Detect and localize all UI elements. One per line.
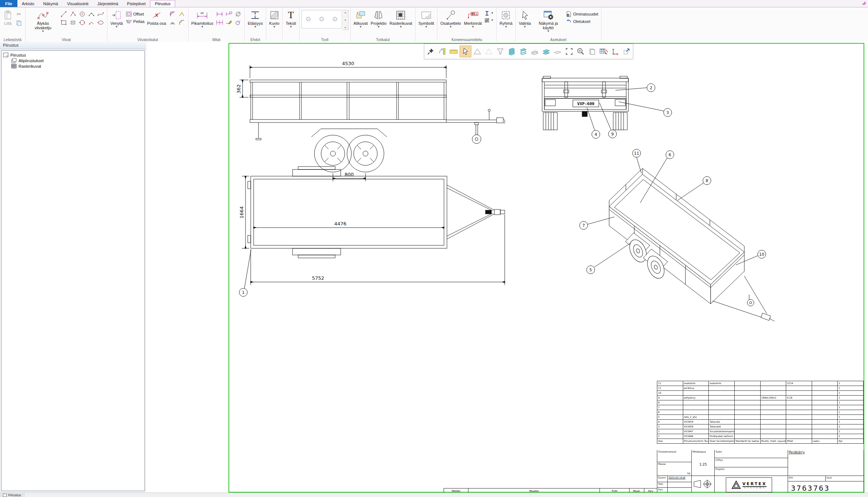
- uusi-label: Uusi: [827, 476, 832, 479]
- zoom-in-button[interactable]: [575, 46, 586, 57]
- tab-file[interactable]: File: [0, 0, 17, 7]
- hatch-button[interactable]: Kuvio ▼: [268, 9, 281, 29]
- drawing-canvas[interactable]: 4530 362: [146, 41, 868, 493]
- subdrawings-button[interactable]: Alikuvat ▼: [353, 9, 369, 29]
- remove-part-button[interactable]: Poista osa: [146, 9, 167, 26]
- view-and-use-button[interactable]: Näkymä ja käyttö ▼: [533, 9, 564, 34]
- view-side[interactable]: 4530 362: [236, 61, 505, 181]
- circle-center-tool-button[interactable]: [78, 10, 87, 18]
- layer-single-button[interactable]: [552, 46, 563, 57]
- view-rear[interactable]: VXP-600 2 3: [542, 76, 672, 138]
- fit-view-button[interactable]: [621, 46, 632, 57]
- arc-3pt-tool-button[interactable]: [87, 10, 96, 18]
- layers-two-button[interactable]: [541, 46, 552, 57]
- tree-item-rasterikuvat[interactable]: Rasterikuvat: [10, 63, 144, 69]
- parts-cell-laatu: [812, 405, 838, 410]
- layers-mixed-button[interactable]: [518, 46, 529, 57]
- fillet-arc-button[interactable]: [168, 19, 177, 27]
- fillet-button[interactable]: [168, 10, 177, 18]
- parts-cell-muoto: [760, 386, 786, 391]
- spline-tool-button[interactable]: [96, 10, 105, 18]
- symbols-button[interactable]: Symbolit ▼: [417, 9, 435, 29]
- cut-button[interactable]: ✂: [14, 10, 23, 18]
- tree-item-piirustus[interactable]: Piirustus: [2, 52, 144, 58]
- line-tool-button[interactable]: [59, 10, 68, 18]
- revision-muut: Muut.: [629, 488, 644, 493]
- quick-dimension-button[interactable]: 45 Pikamitoitus ▼: [190, 9, 214, 29]
- annotations-icon: A: [467, 9, 479, 21]
- tab-nakyma[interactable]: Näkymä: [39, 0, 63, 7]
- tab-jarjestelma[interactable]: Järjestelmä: [93, 0, 123, 7]
- vertex-logo-icon: [731, 480, 741, 490]
- text-button[interactable]: T Teksti ▼: [284, 9, 297, 29]
- copy-view-button[interactable]: [587, 46, 598, 57]
- style-gallery[interactable]: ⚙ ⚙ ⚙: [301, 10, 342, 28]
- parts-cell-laatu: [812, 386, 838, 391]
- rectangle-center-tool-button[interactable]: [69, 19, 77, 27]
- layers-flat-button[interactable]: [529, 46, 540, 57]
- tab-piirustus-active[interactable]: Piirustus: [150, 0, 175, 7]
- statusbar-tab-piirustus[interactable]: Piirustus: [0, 493, 24, 497]
- circle-tool-button[interactable]: [78, 19, 87, 27]
- parts-cell-kpl: 1: [838, 386, 864, 391]
- parts-list-button[interactable]: Osaluettelo ▼: [439, 9, 462, 29]
- parts-cell-desc: Perälaudan laitteen salpakokoonpano: [709, 434, 735, 439]
- copy-button[interactable]: [14, 19, 23, 27]
- style-gallery-scrollbar[interactable]: ▲ ▼ ▼: [343, 10, 348, 30]
- stretch-button[interactable]: Venytä ▼: [109, 9, 124, 29]
- parts-row: 71: [657, 405, 864, 410]
- ruler-button[interactable]: [448, 46, 459, 57]
- ribbon-group-symbols: Symbolit ▼: [415, 7, 437, 42]
- chamfer-button[interactable]: [177, 19, 186, 27]
- profile-symbol-button[interactable]: ▼: [484, 10, 494, 17]
- arc-tool-button[interactable]: [87, 19, 96, 27]
- project-box: Projekti: [715, 467, 788, 476]
- selection-button[interactable]: Valinta ▼: [518, 9, 532, 29]
- distance-button[interactable]: Etäisyys ▼: [247, 9, 264, 29]
- select-cursor-button[interactable]: [460, 46, 471, 57]
- ellipse-tool-button[interactable]: [96, 19, 105, 27]
- mirror-button[interactable]: Peilaa: [125, 18, 146, 25]
- smart-polyline-button[interactable]: Älykäs viivaketju ▼: [27, 9, 59, 34]
- group-button[interactable]: Ryhmä ▼: [498, 9, 514, 29]
- chain-dim-button[interactable]: [215, 19, 224, 27]
- projection-button[interactable]: Projektio ▼: [370, 9, 388, 29]
- tab-pistepilvet[interactable]: Pistepilvet: [123, 0, 150, 7]
- ordinate-dim-button[interactable]: [224, 10, 233, 18]
- tab-visualisointi-label: Visualisointi: [67, 1, 89, 6]
- parts-cell-mitat: [786, 420, 812, 424]
- table-style-button[interactable]: [598, 46, 609, 57]
- defaults-button[interactable]: Oletukset: [565, 19, 599, 24]
- offset-button[interactable]: Offset: [125, 11, 146, 17]
- coordinate-axes-button[interactable]: [610, 46, 621, 57]
- view-isometric[interactable]: 11 6 8 7 5: [580, 149, 774, 321]
- drawing-title-box: Peräkärry: [788, 450, 864, 476]
- chamfer-peak-button[interactable]: [177, 10, 186, 18]
- view-plan[interactable]: 1664 4476 5752 1: [239, 167, 505, 296]
- dim-side-length: 4530: [342, 61, 354, 66]
- edit-dim-button[interactable]: [224, 19, 233, 27]
- zoom-window-button[interactable]: [564, 46, 575, 57]
- properties-button[interactable]: Ominaisuudet: [565, 10, 599, 18]
- linear-dim-button[interactable]: [215, 10, 224, 18]
- triangle-tool-button[interactable]: [472, 46, 483, 57]
- parts-header-desc: Osan tai kokoonpanoryhmän kuvaus: [709, 439, 735, 444]
- rectangle-tool-button[interactable]: [59, 19, 68, 27]
- chevron-down-icon: ▼: [471, 26, 474, 28]
- annotations-button[interactable]: A Merkinnät ▼: [463, 9, 483, 29]
- triangle-ghost-button[interactable]: [483, 46, 494, 57]
- diameter-dim-button[interactable]: [234, 10, 243, 18]
- polyline-tool-button[interactable]: [69, 10, 77, 18]
- tab-visualisointi[interactable]: Visualisointi: [63, 0, 93, 7]
- paste-button[interactable]: Liitä: [2, 9, 14, 26]
- tab-arkisto[interactable]: Arkisto: [17, 0, 39, 7]
- tree-item-alipiirustukset[interactable]: Alipiirustukset: [10, 58, 144, 63]
- pin-toolbar-button[interactable]: [425, 46, 436, 57]
- raster-images-button[interactable]: Rasterikuvat ▼: [388, 9, 413, 29]
- general-tolerances-box: Yleistoleranssit: [657, 450, 692, 462]
- measure-update-button[interactable]: [437, 46, 448, 57]
- filter-button[interactable]: [495, 46, 506, 57]
- weld-symbol-button[interactable]: ▼: [484, 17, 494, 23]
- radius-dim-button[interactable]: [234, 19, 243, 27]
- layers-all-button[interactable]: [506, 46, 517, 57]
